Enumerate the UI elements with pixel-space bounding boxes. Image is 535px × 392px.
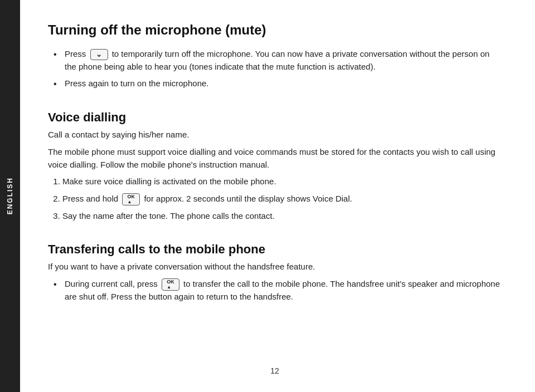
sidebar: ENGLISH bbox=[0, 0, 20, 392]
voice-dialling-subtitle: Call a contact by saying his/her name. bbox=[48, 128, 502, 141]
mute-list: Press ⌄ to temporarily turn off the micr… bbox=[48, 48, 502, 90]
ok-button-transfer-label: OK▲ bbox=[167, 280, 174, 290]
voice-step-2-after: for approx. 2 seconds until the display … bbox=[144, 194, 352, 203]
mute-bullet-2-text: Press again to turn on the microphone. bbox=[65, 79, 209, 88]
transfer-before: During current call, press bbox=[65, 279, 160, 288]
transfer-title: Transfering calls to the mobile phone bbox=[48, 242, 502, 257]
voice-step-1-text: Make sure voice dialling is activated on… bbox=[62, 177, 276, 186]
main-content: Turning off the microphone (mute) Press … bbox=[20, 0, 535, 392]
page-number: 12 bbox=[48, 361, 502, 375]
transfer-bullet-1: During current call, press OK▲ to transf… bbox=[54, 278, 502, 303]
voice-dialling-section: Voice dialling Call a contact by saying … bbox=[48, 110, 502, 227]
voice-step-2: Press and hold OK▲ for approx. 2 seconds… bbox=[62, 193, 502, 205]
ok-button-step2[interactable]: OK▲ bbox=[122, 193, 140, 205]
mute-section: Turning off the microphone (mute) Press … bbox=[48, 22, 502, 95]
voice-step-2-before: Press and hold bbox=[62, 194, 120, 203]
transfer-subtitle: If you want to have a private conversati… bbox=[48, 260, 502, 273]
voice-dialling-title: Voice dialling bbox=[48, 110, 502, 125]
mute-title: Turning off the microphone (mute) bbox=[48, 22, 502, 38]
mute-bullet-2: Press again to turn on the microphone. bbox=[54, 77, 502, 90]
ok-button-transfer[interactable]: OK▲ bbox=[162, 278, 179, 291]
ok-button-step2-label: OK▲ bbox=[127, 194, 135, 204]
mute-bullet-1: Press ⌄ to temporarily turn off the micr… bbox=[54, 48, 502, 73]
mute-bullet-1-text: to temporarily turn off the microphone. … bbox=[65, 49, 489, 71]
transfer-list: During current call, press OK▲ to transf… bbox=[48, 278, 502, 303]
voice-dialling-para-1: The mobile phone must support voice dial… bbox=[48, 145, 502, 171]
mute-button[interactable]: ⌄ bbox=[90, 49, 108, 61]
sidebar-label: ENGLISH bbox=[6, 177, 14, 214]
transfer-section: Transfering calls to the mobile phone If… bbox=[48, 242, 502, 307]
mute-button-icon: ⌄ bbox=[96, 50, 102, 60]
mute-press-label: Press bbox=[65, 49, 89, 58]
voice-step-1: Make sure voice dialling is activated on… bbox=[62, 175, 502, 188]
voice-step-3-text: Say the name after the tone. The phone c… bbox=[62, 211, 275, 220]
voice-dialling-steps: Make sure voice dialling is activated on… bbox=[48, 175, 502, 222]
voice-step-3: Say the name after the tone. The phone c… bbox=[62, 210, 502, 223]
